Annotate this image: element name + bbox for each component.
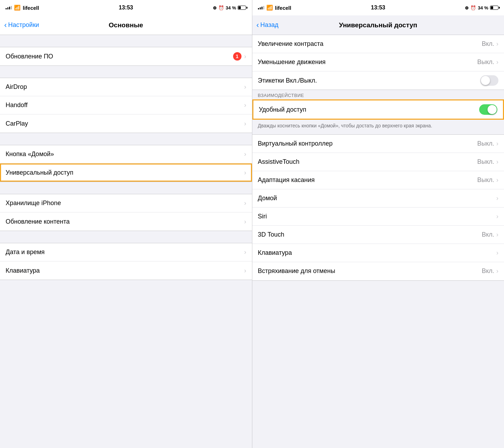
back-arrow-right: ‹ — [257, 21, 259, 29]
chevron-storage: › — [244, 200, 246, 207]
carrier-right: lifecell — [275, 5, 292, 11]
chevron-virtual-controller: › — [496, 140, 498, 147]
status-left-right: 📶 lifecell — [258, 5, 292, 11]
left-panel: 📶 lifecell 13:53 ⊕ ⏰ 34 % ‹ Настройки Ос… — [0, 0, 252, 448]
row-keyboard-left[interactable]: Клавиатура › — [0, 261, 252, 280]
chevron-update: › — [244, 53, 246, 60]
row-contrast[interactable]: Увеличение контраста Вкл. › — [252, 35, 504, 53]
group-datetime: Дата и время › Клавиатура › — [0, 243, 252, 280]
chevron-carplay: › — [244, 120, 246, 127]
row-datetime[interactable]: Дата и время › — [0, 243, 252, 261]
group-display: Увеличение контраста Вкл. › Уменьшение д… — [252, 35, 504, 90]
alarm-icon: ⏰ — [218, 5, 224, 10]
percent-left: 34 % — [226, 5, 236, 10]
battery-right — [490, 6, 498, 10]
row-keyboard-right[interactable]: Клавиатура › — [252, 244, 504, 262]
row-virtual-controller[interactable]: Виртуальный контроллер Выкл. › — [252, 135, 504, 153]
row-siri[interactable]: Siri › — [252, 208, 504, 226]
row-update[interactable]: Обновление ПО 1 › — [0, 47, 252, 65]
row-label-labels: Этикетки Вкл./Выкл. — [258, 77, 481, 84]
toggle-labels-knob — [481, 76, 490, 85]
row-handoff[interactable]: Handoff › — [0, 96, 252, 114]
row-label-contrast: Увеличение контраста — [258, 40, 482, 48]
back-label-left: Настройки — [8, 21, 39, 29]
wifi-icon-right: 📶 — [266, 5, 273, 11]
row-label-assistive-touch: AssistiveTouch — [258, 158, 477, 166]
back-button-right[interactable]: ‹ Назад — [257, 21, 279, 29]
gap4 — [0, 182, 252, 194]
row-label-keyboard-left: Клавиатура — [6, 267, 244, 274]
chevron-touch-adapt: › — [496, 176, 498, 184]
page-title-left: Основные — [109, 21, 143, 29]
row-value-reduce-motion: Выкл. — [477, 58, 494, 66]
row-touch-adapt[interactable]: Адаптация касания Выкл. › — [252, 171, 504, 189]
status-right-right: ⊕ ⏰ 34 % — [465, 5, 498, 10]
percent-right: 34 % — [478, 5, 488, 10]
status-bar-right: 📶 lifecell 13:53 ⊕ ⏰ 34 % — [252, 0, 504, 15]
row-label-shake-undo: Встряхивание для отмены — [258, 267, 482, 275]
settings-list-left: Обновление ПО 1 › AirDrop › Handoff › Ca… — [0, 35, 252, 448]
chevron-airdrop: › — [244, 83, 246, 91]
back-arrow-left: ‹ — [4, 21, 7, 29]
gap2 — [0, 66, 252, 78]
chevron-keyboard-left: › — [244, 267, 246, 274]
row-value-3d-touch: Вкл. — [482, 231, 494, 238]
row-label-update: Обновление ПО — [6, 53, 233, 60]
toggle-easy-access-wrap — [479, 104, 497, 115]
row-label-content-update: Обновление контента — [6, 218, 244, 225]
row-label-home-right: Домой — [258, 195, 497, 202]
chevron-reduce-motion: › — [496, 58, 498, 66]
nav-bar-right: ‹ Назад Универсальный доступ — [252, 15, 504, 35]
chevron-contrast: › — [496, 40, 498, 48]
row-label-airdrop: AirDrop — [6, 83, 244, 91]
toggle-easy-access[interactable] — [479, 104, 497, 115]
chevron-shake-undo: › — [496, 267, 498, 275]
chevron-keyboard-right: › — [496, 249, 498, 257]
row-shake-undo[interactable]: Встряхивание для отмены Вкл. › — [252, 262, 504, 280]
row-accessibility[interactable]: Универсальный доступ › — [0, 163, 252, 182]
row-label-easy-access: Удобный доступ — [259, 106, 479, 113]
signal-icon — [6, 6, 12, 9]
back-button-left[interactable]: ‹ Настройки — [4, 21, 39, 29]
chevron-home-button: › — [244, 150, 246, 158]
row-label-3d-touch: 3D Touch — [258, 231, 482, 238]
chevron-handoff: › — [244, 102, 246, 109]
row-storage[interactable]: Хранилище iPhone › — [0, 194, 252, 212]
row-easy-access[interactable]: Удобный доступ — [253, 100, 503, 119]
row-airdrop[interactable]: AirDrop › — [0, 78, 252, 96]
time-left: 13:53 — [119, 5, 133, 11]
alarm-icon-right: ⏰ — [470, 5, 476, 10]
location-icon-right: ⊕ — [465, 5, 469, 10]
row-assistive-touch[interactable]: AssistiveTouch Выкл. › — [252, 153, 504, 171]
row-home-button[interactable]: Кнопка «Домой» › — [0, 145, 252, 163]
row-label-siri: Siri — [258, 213, 497, 220]
page-title-right: Универсальный доступ — [339, 21, 417, 29]
gap-bottom-left — [0, 280, 252, 292]
carrier-left: lifecell — [23, 5, 39, 11]
location-icon: ⊕ — [213, 5, 217, 10]
row-home-right[interactable]: Домой › — [252, 189, 504, 208]
toggle-labels[interactable] — [480, 75, 498, 86]
row-label-keyboard-right: Клавиатура — [258, 249, 497, 257]
row-label-handoff: Handoff — [6, 102, 244, 109]
group-storage: Хранилище iPhone › Обновление контента › — [0, 194, 252, 231]
row-labels[interactable]: Этикетки Вкл./Выкл. — [252, 71, 504, 90]
chevron-accessibility: › — [244, 169, 246, 176]
row-label-storage: Хранилище iPhone — [6, 200, 244, 207]
easy-access-description: Дважды коснитесь кнопки «Домой», чтобы д… — [252, 120, 504, 134]
group-update: Обновление ПО 1 › — [0, 47, 252, 66]
row-carplay[interactable]: CarPlay › — [0, 114, 252, 133]
chevron-siri: › — [496, 213, 498, 220]
right-panel: 📶 lifecell 13:53 ⊕ ⏰ 34 % ‹ Назад Универ… — [252, 0, 504, 448]
row-content-update[interactable]: Обновление контента › — [0, 212, 252, 231]
row-label-carplay: CarPlay — [6, 120, 244, 127]
gap1 — [0, 35, 252, 47]
row-3d-touch[interactable]: 3D Touch Вкл. › — [252, 226, 504, 244]
settings-list-right: Увеличение контраста Вкл. › Уменьшение д… — [252, 35, 504, 448]
badge-update: 1 — [233, 52, 241, 61]
battery-body — [238, 6, 246, 10]
time-right: 13:53 — [371, 5, 385, 11]
row-value-shake-undo: Вкл. — [482, 267, 494, 275]
section-header-interaction: ВЗАИМОДЕЙСТВИЕ — [252, 90, 504, 99]
row-reduce-motion[interactable]: Уменьшение движения Выкл. › — [252, 53, 504, 71]
